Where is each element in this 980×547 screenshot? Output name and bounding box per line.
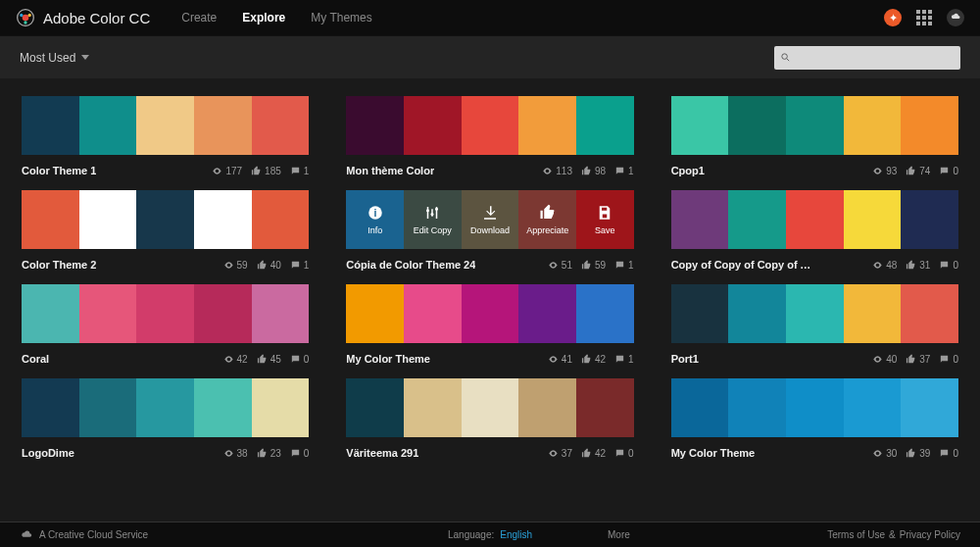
theme-meta: Väriteema 29137420	[346, 447, 633, 459]
edit-copy-button[interactable]: Edit Copy	[404, 190, 462, 249]
terms-link[interactable]: Terms of Use	[827, 529, 885, 540]
footer-more[interactable]: More	[608, 529, 630, 540]
header-actions: ✦	[884, 9, 964, 26]
swatch-row[interactable]	[22, 284, 309, 343]
swatch	[728, 96, 786, 155]
swatch	[786, 96, 844, 155]
nav-my-themes[interactable]: My Themes	[311, 11, 371, 25]
theme-meta: Cópia de Color Theme 2451591	[346, 259, 633, 271]
swatch-row[interactable]	[671, 284, 958, 343]
swatch	[786, 284, 844, 343]
swatch	[136, 284, 194, 343]
likes-stat: 185	[251, 166, 281, 176]
comments-stat: 1	[614, 354, 634, 365]
swatch-row[interactable]	[671, 190, 958, 249]
swatch	[518, 378, 576, 437]
views-stat: 93	[872, 166, 897, 176]
views-stat: 59	[223, 260, 248, 271]
swatch	[901, 378, 958, 437]
swatch-row[interactable]	[671, 378, 958, 437]
comments-stat: 0	[290, 354, 310, 365]
search-icon	[780, 52, 791, 63]
swatch-row[interactable]	[22, 96, 309, 155]
footer: A Creative Cloud Service Language: Engli…	[0, 522, 980, 547]
theme-name: Väriteema 291	[346, 447, 418, 459]
theme-card[interactable]: LogoDime38230	[22, 378, 309, 459]
svg-point-11	[435, 208, 438, 211]
save-button[interactable]: Save	[576, 190, 634, 249]
theme-card[interactable]: Port140370	[671, 284, 958, 365]
theme-card[interactable]: Coral42450	[22, 284, 309, 365]
swatch	[22, 378, 79, 437]
theme-name: Cpop1	[671, 165, 705, 176]
svg-point-4	[24, 21, 26, 24]
swatch	[252, 96, 310, 155]
swatch-row[interactable]	[346, 284, 633, 343]
svg-point-9	[426, 209, 429, 212]
swatch	[844, 96, 902, 155]
likes-stat: 37	[906, 354, 930, 365]
language-selector[interactable]: Language: English	[448, 529, 532, 540]
notifications-icon[interactable]: ✦	[884, 9, 902, 26]
views-stat: 41	[548, 354, 572, 365]
info-button[interactable]: iInfo	[346, 190, 404, 249]
logo[interactable]: Adobe Color CC	[16, 8, 150, 27]
theme-card[interactable]: My Color Theme30390	[671, 378, 958, 459]
views-stat: 42	[223, 354, 248, 365]
theme-card[interactable]: Copy of Copy of Copy of Alt...48310	[671, 190, 958, 271]
theme-card[interactable]: Cpop193740	[671, 96, 958, 176]
appreciate-button[interactable]: Appreciate	[518, 190, 576, 249]
svg-point-3	[28, 14, 31, 17]
apps-grid-icon[interactable]	[915, 9, 933, 26]
swatch-row[interactable]	[22, 190, 309, 249]
theme-meta: Mon thème Color113981	[346, 165, 633, 176]
search-box[interactable]	[774, 46, 960, 70]
creative-cloud-icon[interactable]	[947, 9, 964, 26]
filter-bar: Most Used	[0, 35, 980, 78]
swatch-row[interactable]	[671, 96, 958, 155]
theme-card[interactable]: Color Theme 259401	[22, 190, 309, 271]
swatch-row[interactable]	[346, 96, 633, 155]
theme-name: LogoDime	[22, 447, 74, 459]
swatch-row[interactable]	[346, 378, 633, 437]
likes-stat: 74	[906, 166, 930, 176]
theme-card[interactable]: Mon thème Color113981	[346, 96, 633, 176]
theme-meta: Color Theme 259401	[22, 259, 309, 271]
swatch	[901, 190, 958, 249]
color-wheel-icon	[16, 8, 35, 27]
svg-point-10	[431, 213, 434, 216]
search-input[interactable]	[795, 52, 955, 64]
cloud-icon	[20, 528, 33, 542]
swatch-row[interactable]	[22, 378, 309, 437]
comments-stat: 1	[290, 166, 310, 176]
app-header: Adobe Color CC Create Explore My Themes …	[0, 0, 980, 35]
swatch	[786, 378, 844, 437]
swatch	[79, 190, 137, 249]
views-stat: 30	[872, 448, 897, 459]
theme-card[interactable]: Color Theme 11771851	[22, 96, 309, 176]
theme-card[interactable]: Väriteema 29137420	[346, 378, 633, 459]
swatch	[671, 378, 729, 437]
theme-card[interactable]: My Color Theme41421	[346, 284, 633, 365]
swatch	[901, 96, 958, 155]
swatch	[844, 284, 902, 343]
privacy-link[interactable]: Privacy Policy	[900, 529, 960, 540]
comments-stat: 0	[939, 166, 958, 176]
themes-grid: Color Theme 11771851Mon thème Color11398…	[0, 78, 980, 465]
nav-explore[interactable]: Explore	[242, 11, 285, 25]
swatch	[462, 378, 519, 437]
svg-point-2	[20, 14, 23, 17]
nav-create[interactable]: Create	[181, 11, 217, 25]
swatch	[728, 190, 786, 249]
sort-dropdown[interactable]: Most Used	[20, 51, 89, 65]
theme-card[interactable]: iInfoEdit CopyDownloadAppreciateSaveCópi…	[346, 190, 633, 271]
likes-stat: 42	[581, 354, 606, 365]
download-button[interactable]: Download	[462, 190, 519, 249]
likes-stat: 39	[906, 448, 930, 459]
theme-meta: Copy of Copy of Copy of Alt...48310	[671, 259, 958, 271]
views-stat: 40	[872, 354, 897, 365]
swatch	[462, 96, 519, 155]
views-stat: 177	[212, 166, 242, 176]
swatch	[79, 96, 137, 155]
swatch-row[interactable]: iInfoEdit CopyDownloadAppreciateSave	[346, 190, 633, 249]
